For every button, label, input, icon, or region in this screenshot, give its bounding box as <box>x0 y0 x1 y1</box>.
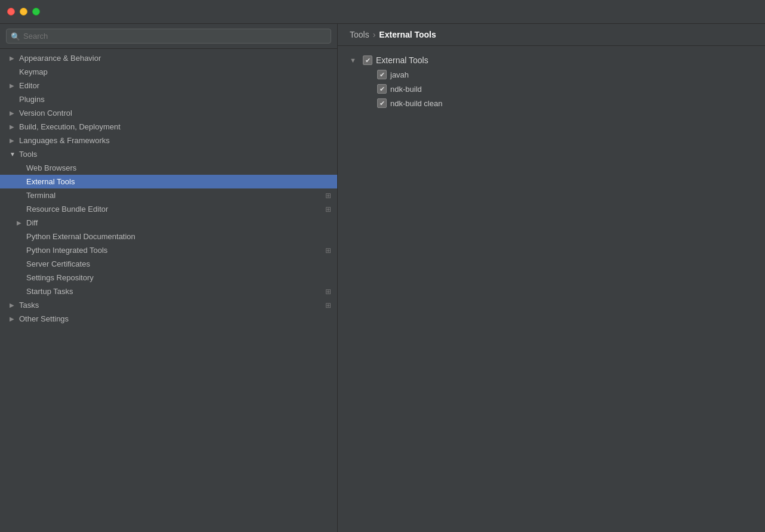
nav-item-label: Python External Documentation <box>26 232 331 241</box>
arrow-icon: ▶ <box>10 110 18 116</box>
nav-item-label: Build, Execution, Deployment <box>19 122 331 131</box>
nav-tree: ▶Appearance & BehaviorKeymap▶EditorPlugi… <box>0 49 337 532</box>
titlebar <box>0 0 765 24</box>
sidebar-item-version-control[interactable]: ▶Version Control <box>0 106 337 120</box>
tree-child-checkbox[interactable]: ✔ <box>377 98 387 108</box>
search-icon: 🔍 <box>11 32 20 41</box>
sidebar-item-plugins[interactable]: Plugins <box>0 92 337 106</box>
nav-item-label: Python Integrated Tools <box>26 246 325 255</box>
nav-item-label: External Tools <box>26 177 331 186</box>
sidebar-item-keymap[interactable]: Keymap <box>0 65 337 79</box>
main-layout: 🔍 ▶Appearance & BehaviorKeymap▶EditorPlu… <box>0 24 765 532</box>
breadcrumb-separator: › <box>373 30 376 39</box>
minimize-button[interactable] <box>20 8 27 16</box>
sidebar-item-languages[interactable]: ▶Languages & Frameworks <box>0 134 337 147</box>
nav-icon-right: ⊞ <box>325 205 331 214</box>
nav-item-label: Settings Repository <box>26 273 331 282</box>
sidebar-item-other-settings[interactable]: ▶Other Settings <box>0 312 337 326</box>
tree-root-label: External Tools <box>376 55 428 65</box>
sidebar-item-python-int-tools[interactable]: Python Integrated Tools⊞ <box>0 243 337 257</box>
arrow-icon: ▶ <box>17 219 25 226</box>
sidebar-item-settings-repo[interactable]: Settings Repository <box>0 271 337 284</box>
sidebar-item-external-tools[interactable]: External Tools <box>0 175 337 188</box>
nav-item-label: Terminal <box>26 191 325 200</box>
nav-item-label: Tasks <box>19 301 325 310</box>
nav-item-label: Editor <box>19 81 331 90</box>
breadcrumb-parent: Tools <box>350 30 369 39</box>
arrow-icon: ▶ <box>10 82 18 89</box>
nav-item-label: Keymap <box>19 67 331 76</box>
breadcrumb: Tools › External Tools <box>338 24 765 46</box>
arrow-icon: ▶ <box>10 123 18 130</box>
sidebar-item-build-execution[interactable]: ▶Build, Execution, Deployment <box>0 120 337 134</box>
tree-child-label: javah <box>390 70 409 79</box>
nav-icon-right: ⊞ <box>325 301 331 310</box>
sidebar-item-appearance[interactable]: ▶Appearance & Behavior <box>0 51 337 65</box>
nav-item-label: Other Settings <box>19 314 331 323</box>
arrow-icon: ▶ <box>10 316 18 322</box>
sidebar: 🔍 ▶Appearance & BehaviorKeymap▶EditorPlu… <box>0 24 338 532</box>
sidebar-item-diff[interactable]: ▶Diff <box>0 216 337 230</box>
tree-child-row: ✔ ndk-build clean <box>347 96 755 110</box>
sidebar-item-tasks[interactable]: ▶Tasks⊞ <box>0 298 337 312</box>
nav-item-label: Plugins <box>19 95 331 104</box>
sidebar-item-python-ext-doc[interactable]: Python External Documentation <box>0 230 337 243</box>
arrow-icon: ▶ <box>10 55 18 61</box>
nav-item-label: Server Certificates <box>26 259 331 268</box>
nav-item-label: Tools <box>19 150 331 159</box>
tree-child-row: ✔ ndk-build <box>347 82 755 96</box>
sidebar-item-startup-tasks[interactable]: Startup Tasks⊞ <box>0 284 337 298</box>
nav-item-label: Appearance & Behavior <box>19 54 331 63</box>
nav-item-label: Languages & Frameworks <box>19 136 331 145</box>
arrow-icon: ▶ <box>10 302 18 308</box>
tree-child-checkbox[interactable]: ✔ <box>377 70 387 79</box>
nav-icon-right: ⊞ <box>325 287 331 296</box>
tree-root-row: ▼ ✔ External Tools <box>347 53 755 67</box>
arrow-icon: ▼ <box>10 151 18 157</box>
tree-content: ▼ ✔ External Tools ✔ javah ✔ ndk-build ✔… <box>338 46 765 532</box>
breadcrumb-current: External Tools <box>379 30 436 39</box>
tree-child-label: ndk-build clean <box>390 99 442 108</box>
nav-item-label: Web Browsers <box>26 163 331 172</box>
search-bar: 🔍 <box>0 24 337 49</box>
close-button[interactable] <box>7 8 15 16</box>
nav-item-label: Startup Tasks <box>26 287 325 296</box>
sidebar-item-terminal[interactable]: Terminal⊞ <box>0 188 337 202</box>
tree-child-label: ndk-build <box>390 85 422 94</box>
content-panel: Tools › External Tools ▼ ✔ External Tool… <box>338 24 765 532</box>
nav-item-label: Resource Bundle Editor <box>26 205 325 214</box>
sidebar-item-tools[interactable]: ▼Tools <box>0 147 337 161</box>
search-input[interactable] <box>6 29 331 44</box>
sidebar-item-web-browsers[interactable]: Web Browsers <box>0 161 337 175</box>
tree-child-checkbox[interactable]: ✔ <box>377 84 387 94</box>
arrow-icon: ▶ <box>10 137 18 144</box>
sidebar-item-editor[interactable]: ▶Editor <box>0 79 337 92</box>
nav-item-label: Version Control <box>19 109 331 117</box>
tree-arrow-icon: ▼ <box>350 57 358 64</box>
sidebar-item-resource-bundle[interactable]: Resource Bundle Editor⊞ <box>0 202 337 216</box>
nav-item-label: Diff <box>26 218 331 227</box>
tree-root-checkbox[interactable]: ✔ <box>363 55 372 65</box>
maximize-button[interactable] <box>32 8 40 16</box>
nav-icon-right: ⊞ <box>325 191 331 200</box>
tree-child-row: ✔ javah <box>347 67 755 82</box>
nav-icon-right: ⊞ <box>325 246 331 255</box>
sidebar-item-server-certs[interactable]: Server Certificates <box>0 257 337 271</box>
